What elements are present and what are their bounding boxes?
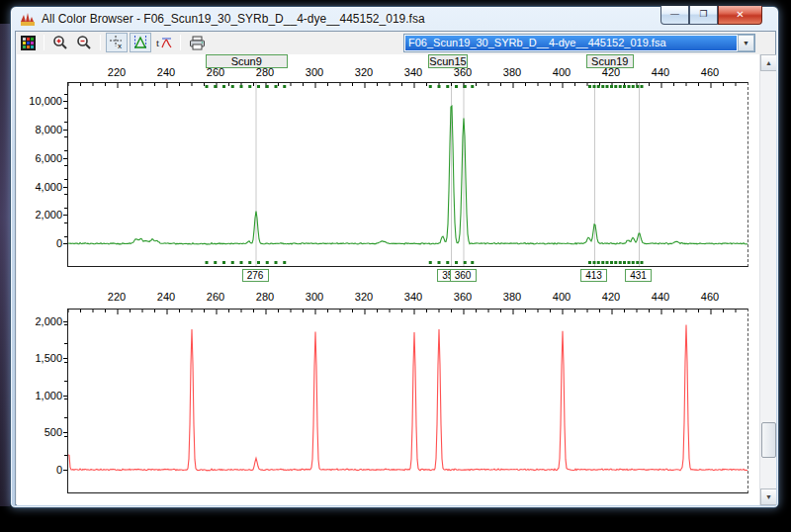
app-window: All Color Browser - F06_Scun19_30_SYRb_D… bbox=[10, 6, 779, 508]
bin-tick bbox=[636, 261, 639, 264]
y-axis-label: 6,000 bbox=[17, 152, 62, 164]
y-axis-label: 0 bbox=[17, 237, 62, 249]
bin-tick bbox=[266, 85, 269, 88]
x-axis-label: 220 bbox=[97, 66, 136, 78]
peak-size-label: 413 bbox=[580, 269, 607, 282]
minimize-button[interactable]: — bbox=[660, 6, 689, 25]
x-axis-label: 440 bbox=[641, 291, 680, 303]
x-axis-label: 400 bbox=[542, 291, 581, 303]
bin-tick bbox=[593, 261, 596, 264]
file-selector[interactable]: F06_Scun19_30_SYRb_D__4-dye__445152_019.… bbox=[403, 34, 755, 52]
zoom-in-button[interactable] bbox=[49, 33, 71, 52]
x-axis-label: 380 bbox=[492, 66, 532, 78]
scroll-down-button[interactable]: ▼ bbox=[760, 488, 776, 505]
y-axis-label: 1,500 bbox=[17, 352, 62, 364]
bin-tick bbox=[214, 261, 217, 264]
x-axis-label: 260 bbox=[196, 66, 235, 78]
bin-tick bbox=[471, 261, 474, 264]
window-title: All Color Browser - F06_Scun19_30_SYRb_D… bbox=[42, 12, 425, 26]
peak-sizing-button[interactable]: t bbox=[153, 33, 175, 52]
bin-tick bbox=[623, 261, 626, 264]
x-axis-label: 420 bbox=[591, 66, 631, 78]
bin-tick bbox=[446, 85, 449, 88]
scrollbar-thumb[interactable] bbox=[761, 422, 776, 458]
color-map-button[interactable] bbox=[17, 33, 39, 52]
crosshair-x-button[interactable]: x bbox=[106, 33, 128, 52]
bin-tick bbox=[446, 261, 449, 264]
x-axis-label: 320 bbox=[344, 66, 384, 78]
bin-tick bbox=[257, 261, 260, 264]
bin-tick bbox=[275, 261, 278, 264]
bin-tick bbox=[231, 85, 234, 88]
size-markers-button[interactable] bbox=[130, 33, 151, 52]
x-axis-label: 280 bbox=[245, 66, 285, 78]
desktop: All Color Browser - F06_Scun19_30_SYRb_D… bbox=[0, 0, 791, 532]
svg-text:t: t bbox=[156, 37, 159, 48]
bin-tick bbox=[610, 85, 613, 88]
bin-tick bbox=[248, 261, 251, 264]
bin-tick bbox=[614, 85, 617, 88]
x-axis-label: 220 bbox=[97, 291, 136, 303]
toolbar-separator bbox=[100, 35, 101, 50]
file-selector-value: F06_Scun19_30_SYRb_D__4-dye__445152_019.… bbox=[405, 36, 737, 50]
bin-tick bbox=[636, 85, 639, 88]
x-axis-label: 380 bbox=[492, 291, 532, 303]
x-axis-label: 320 bbox=[344, 291, 384, 303]
y-axis-label: 1,000 bbox=[17, 390, 62, 401]
titlebar[interactable]: All Color Browser - F06_Scun19_30_SYRb_D… bbox=[11, 7, 778, 31]
crosshair-x-icon: x bbox=[109, 35, 125, 50]
peak-size-label: 360 bbox=[450, 269, 477, 282]
bin-tick bbox=[619, 85, 622, 88]
x-axis-label: 420 bbox=[591, 291, 631, 303]
x-axis-label: 340 bbox=[394, 291, 433, 303]
bin-tick bbox=[623, 85, 626, 88]
plot-area-green-electropherogram[interactable] bbox=[67, 82, 748, 267]
zoom-out-icon bbox=[76, 35, 92, 50]
bin-tick bbox=[240, 261, 243, 264]
toolbar-separator bbox=[44, 35, 44, 50]
bin-tick bbox=[429, 261, 432, 264]
x-axis-label: 440 bbox=[641, 66, 680, 78]
trace-red-size-standard bbox=[68, 325, 747, 471]
bin-tick bbox=[601, 261, 604, 264]
bin-tick bbox=[248, 85, 251, 88]
bin-tick bbox=[610, 261, 613, 264]
bin-tick bbox=[275, 85, 278, 88]
bin-tick bbox=[464, 261, 467, 264]
bin-tick bbox=[464, 85, 467, 88]
scroll-up-button[interactable]: ▲ bbox=[760, 54, 776, 71]
bin-tick bbox=[597, 85, 600, 88]
chevron-down-icon[interactable]: ▼ bbox=[738, 35, 754, 51]
zoom-in-icon bbox=[52, 35, 68, 50]
zoom-out-button[interactable] bbox=[73, 33, 95, 52]
x-axis-label: 340 bbox=[394, 66, 433, 78]
x-axis-label: 460 bbox=[690, 66, 730, 78]
close-button[interactable]: ✕ bbox=[718, 6, 762, 25]
y-axis-label: 2,000 bbox=[17, 209, 62, 221]
peak-size-label: 431 bbox=[625, 269, 652, 282]
app-icon bbox=[20, 11, 36, 27]
size-markers-icon bbox=[132, 35, 148, 50]
bin-tick bbox=[206, 85, 209, 88]
desktop-wallpaper bbox=[0, 24, 10, 506]
browser-content: ▲ ▼ Scun9Scun15Scun192202402602803003203… bbox=[17, 54, 776, 505]
svg-text:x: x bbox=[118, 42, 122, 50]
bin-tick bbox=[614, 261, 617, 264]
color-map-icon bbox=[21, 36, 36, 50]
bin-tick bbox=[222, 261, 225, 264]
bin-tick bbox=[641, 85, 644, 88]
print-button[interactable] bbox=[186, 33, 208, 52]
print-icon bbox=[189, 36, 206, 50]
bin-tick bbox=[438, 85, 441, 88]
bin-tick bbox=[471, 85, 474, 88]
bin-tick bbox=[455, 85, 458, 88]
maximize-button[interactable]: ❐ bbox=[689, 6, 718, 25]
plot-area-red-size-standard[interactable] bbox=[67, 309, 748, 493]
trace-green-electropherogram bbox=[68, 106, 747, 244]
vertical-scrollbar[interactable]: ▲ ▼ bbox=[759, 54, 776, 505]
bin-tick bbox=[588, 85, 591, 88]
y-axis-label: 10,000 bbox=[17, 95, 62, 107]
bin-tick bbox=[628, 85, 631, 88]
x-axis-label: 240 bbox=[146, 291, 186, 303]
bin-tick bbox=[206, 261, 209, 264]
